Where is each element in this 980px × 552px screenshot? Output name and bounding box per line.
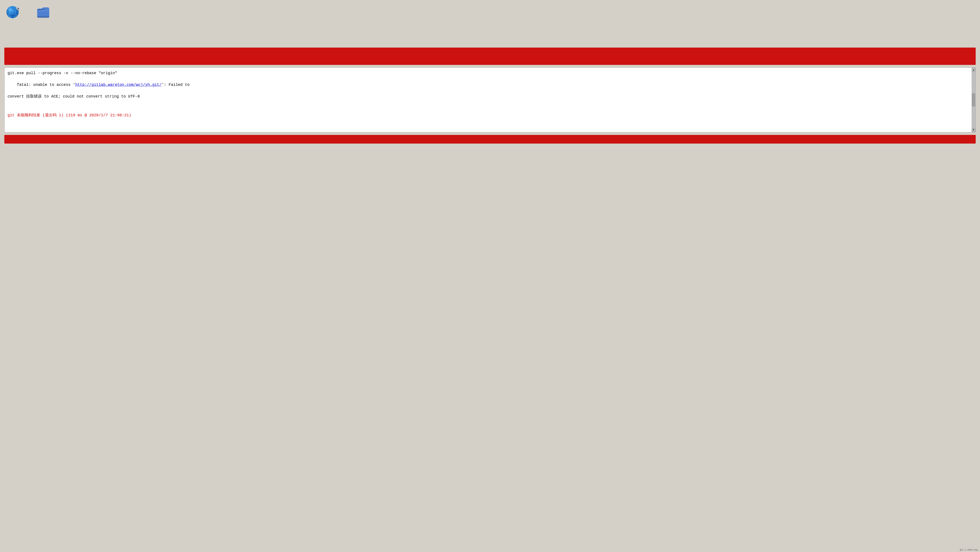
red-banner — [4, 48, 976, 65]
status-bar: git.1.2018.eng — [958, 548, 980, 552]
scrollbar-thumb[interactable] — [972, 93, 975, 106]
folder-desktop-icon[interactable] — [35, 4, 52, 20]
globe-icon — [5, 4, 21, 20]
output-line3: convert 拉取错误 to ACE; could not convert s… — [8, 94, 972, 99]
output-link[interactable]: http://gitlab.wareton.com/wcj/yh.git/ — [75, 83, 162, 87]
globe-desktop-icon[interactable] — [4, 4, 22, 20]
output-panel: git.exe pull --progress -v --no-rebase "… — [4, 67, 976, 132]
output-line2: fatal: unable to access 'http://gitlab.w… — [8, 76, 972, 94]
output-line1: git.exe pull --progress -v --no-rebase "… — [8, 70, 972, 76]
output-line2-prefix: fatal: unable to access ' — [17, 83, 75, 87]
status-text: git.1.2018.eng — [960, 549, 978, 551]
desktop-area — [0, 0, 980, 48]
output-error-line: git 未能顺利结束 (退出码 1) (219 ms @ 2020/1/7 21… — [8, 112, 972, 118]
folder-icon — [35, 4, 51, 20]
scroll-down-arrow[interactable]: ▼ — [972, 128, 975, 132]
output-line2-suffix: ': Failed to — [162, 83, 190, 87]
scrollbar[interactable]: ▲ ▼ — [972, 68, 975, 132]
scroll-up-arrow[interactable]: ▲ — [972, 68, 975, 72]
bottom-strip — [4, 135, 976, 144]
